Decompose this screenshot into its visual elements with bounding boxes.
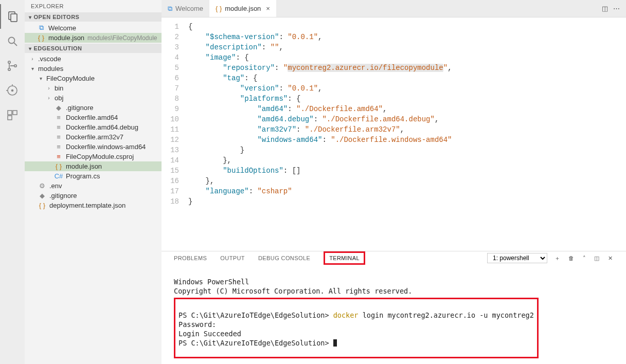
vscode-icon: ⧉ [37,24,45,32]
csproj-icon: ≡ [55,153,63,160]
tree-folder[interactable]: ›obj [25,93,162,103]
tree-folder[interactable]: ▾modules [25,64,162,74]
svg-point-4 [8,61,10,63]
new-terminal-icon[interactable]: ＋ [553,253,561,263]
chevron-icon: › [46,85,51,91]
tab-label: Welcome [175,5,203,12]
svg-line-3 [14,43,17,46]
code-content: { "$schema-version": "0.0.1", "descripti… [188,22,626,247]
kill-terminal-icon[interactable]: 🗑 [567,254,575,262]
editor-tabs: ⧉ Welcome { } module.json × ◫ ⋯ [162,0,626,17]
code-editor[interactable]: 123456789101112131415161718 { "$schema-v… [162,17,626,251]
search-icon[interactable] [0,29,25,53]
json-icon: { } [216,5,222,12]
panel-tab-problems[interactable]: PROBLEMS [174,253,207,263]
tree-folder[interactable]: ›.vscode [25,54,162,64]
chevron-down-icon: ▾ [29,14,32,20]
tree-file[interactable]: ≡Dockerfile.arm32v7 [25,132,162,142]
sidebar-title: EXPLORER [25,0,162,12]
term-line: Windows PowerShell [174,278,249,286]
vscode-icon: ⧉ [168,5,172,13]
file-icon: ≡ [55,143,63,151]
tree-item-label: obj [55,94,63,102]
tree-item-label: .gitignore [66,104,93,112]
svg-rect-11 [8,111,12,115]
tree-file[interactable]: C#Program.cs [25,171,162,181]
open-editors-list: ⧉ Welcome { } module.json modules\FileCo… [25,22,162,44]
debug-icon[interactable] [0,78,25,103]
term-prompt: PS C:\Git\AzureIoTEdge\EdgeSolution> [178,311,333,319]
workspace-tree: ›.vscode▾modules▾FileCopyModule›bin›obj◆… [25,53,162,211]
json-icon: { } [38,202,46,209]
tree-item-label: Dockerfile.arm32v7 [66,133,123,141]
tree-file[interactable]: ≡FileCopyModule.csproj [25,152,162,161]
more-icon[interactable]: ⋯ [613,5,620,12]
editor-group: ⧉ Welcome { } module.json × ◫ ⋯ 12345678… [162,0,626,364]
open-editor-welcome[interactable]: ⧉ Welcome [25,23,162,33]
highlighted-terminal-block: PS C:\Git\AzureIoTEdge\EdgeSolution> doc… [174,298,539,358]
svg-point-5 [8,68,10,70]
workspace-header[interactable]: ▾ EDGESOLUTION [25,44,162,53]
file-icon: ≡ [55,123,63,131]
explorer-icon[interactable] [0,4,25,29]
tree-item-label: FileCopyModule.csproj [66,153,134,160]
tab-welcome[interactable]: ⧉ Welcome [162,0,209,17]
panel-tabs: PROBLEMS OUTPUT DEBUG CONSOLE TERMINAL 1… [162,251,626,265]
panel-tab-debug-console[interactable]: DEBUG CONSOLE [258,253,310,263]
maximize-panel-icon[interactable]: ˄ [582,254,587,263]
terminal-output[interactable]: Windows PowerShell Copyright (C) Microso… [162,265,626,364]
tree-item-label: Dockerfile.amd64 [66,114,118,121]
git-icon: ◆ [38,192,46,199]
term-prompt: PS C:\Git\AzureIoTEdge\EdgeSolution> [178,339,333,347]
tree-item-label: Dockerfile.windows-amd64 [66,143,146,151]
explorer-sidebar: EXPLORER ▾ OPEN EDITORS ⧉ Welcome { } mo… [25,0,162,364]
extensions-icon[interactable] [0,103,25,128]
split-editor-icon[interactable]: ◫ [602,5,608,12]
svg-rect-1 [11,14,17,22]
tree-file[interactable]: ≡Dockerfile.amd64.debug [25,122,162,132]
json-icon: { } [55,162,63,170]
svg-point-6 [14,65,16,67]
tree-item-label: .vscode [38,55,61,63]
chevron-icon: ▾ [30,66,35,71]
csharp-icon: C# [55,172,63,180]
open-editors-label: OPEN EDITORS [34,14,80,20]
open-editor-label: Welcome [48,24,76,32]
panel-tab-output[interactable]: OUTPUT [220,253,245,263]
close-icon[interactable]: × [266,5,270,12]
file-icon: ≡ [55,133,63,141]
tree-file[interactable]: ≡Dockerfile.windows-amd64 [25,142,162,152]
tree-file[interactable]: ◆.gitignore [25,191,162,201]
open-editors-header[interactable]: ▾ OPEN EDITORS [25,12,162,22]
tab-actions: ◫ ⋯ [602,5,626,12]
activity-bar [0,0,25,364]
open-editor-module-json[interactable]: { } module.json modules\FileCopyModule [25,33,162,43]
terminal-selector[interactable]: 1: powershell [487,253,547,263]
panel-tab-terminal[interactable]: TERMINAL [324,251,365,265]
tree-item-label: .gitignore [49,192,77,199]
bottom-panel: PROBLEMS OUTPUT DEBUG CONSOLE TERMINAL 1… [162,251,626,364]
tree-item-label: deployment.template.json [49,202,126,209]
term-line: Password: [178,320,216,329]
tree-item-label: bin [55,84,63,92]
chevron-icon: ▾ [38,76,43,81]
split-terminal-icon[interactable]: ◫ [593,254,600,263]
tree-file[interactable]: { }module.json [25,161,162,171]
source-control-icon[interactable] [0,53,25,78]
svg-rect-12 [13,111,17,115]
tree-folder[interactable]: ›bin [25,83,162,93]
tree-file[interactable]: { }deployment.template.json [25,201,162,210]
tree-file[interactable]: ≡Dockerfile.amd64 [25,113,162,122]
tab-label: module.json [225,5,261,12]
tab-module-json[interactable]: { } module.json × [209,0,276,17]
term-cmd-rest: login mycontreg2.azurecr.io -u mycontreg… [359,311,534,319]
tree-file[interactable]: ◆.gitignore [25,103,162,113]
open-editor-sub: modules\FileCopyModule [87,34,157,42]
tree-item-label: Dockerfile.amd64.debug [66,123,138,131]
panel-actions: 1: powershell ＋ 🗑 ˄ ◫ ✕ [487,253,614,263]
tree-folder[interactable]: ▾FileCopyModule [25,74,162,83]
close-panel-icon[interactable]: ✕ [607,254,614,263]
chevron-icon: › [46,95,51,101]
term-line: Copyright (C) Microsoft Corporation. All… [174,287,412,295]
tree-file[interactable]: ⚙.env [25,181,162,191]
